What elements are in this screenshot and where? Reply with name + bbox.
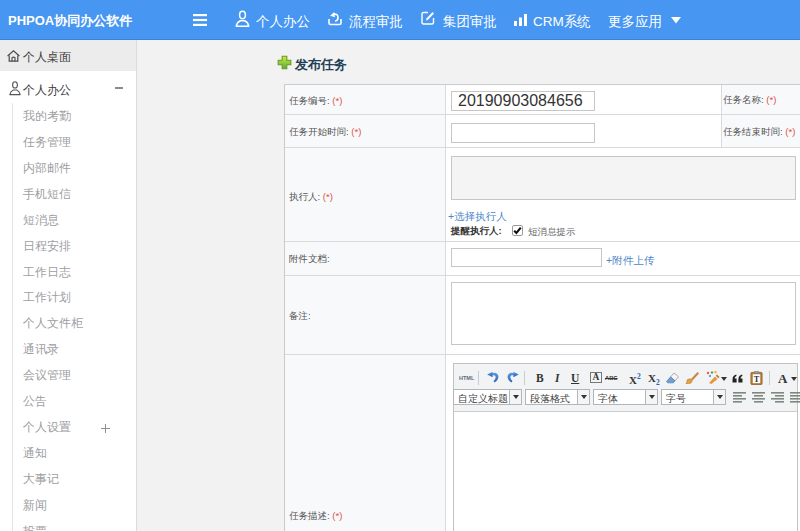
svg-text:T: T: [754, 375, 760, 384]
